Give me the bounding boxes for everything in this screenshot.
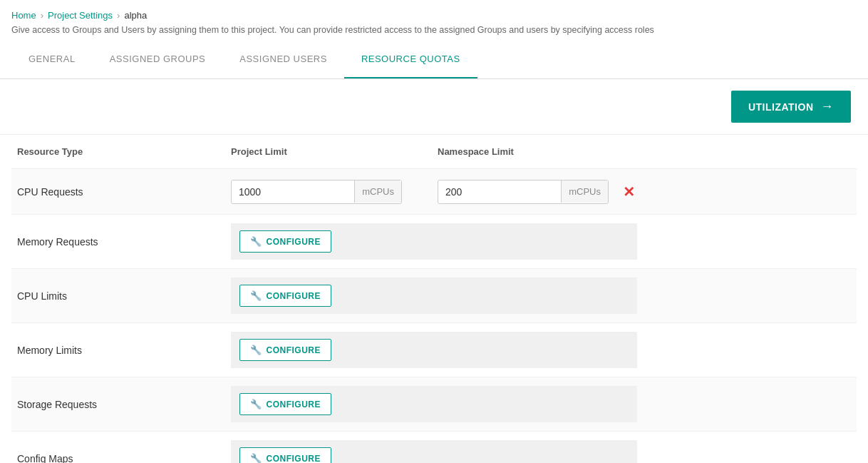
resource-name-memory-requests: Memory Requests <box>17 236 231 248</box>
configure-label: CONFIGURE <box>267 400 321 409</box>
resource-name-cpu-requests: CPU Requests <box>17 186 231 198</box>
tab-resource-quotas[interactable]: RESOURCE QUOTAS <box>344 41 477 78</box>
utilization-bar: UTILIZATION → <box>0 79 868 135</box>
resource-name-cpu-limits: CPU Limits <box>17 290 231 302</box>
config-maps-configure-cell: 🔧 CONFIGURE <box>231 440 637 463</box>
cpu-limits-configure-cell: 🔧 CONFIGURE <box>231 278 637 314</box>
top-header: Home › Project Settings › alpha Give acc… <box>0 0 868 41</box>
col-resource-type: Resource Type <box>17 146 231 157</box>
breadcrumb-project-name: alpha <box>124 10 147 21</box>
breadcrumb: Home › Project Settings › alpha <box>11 10 857 21</box>
cpu-requests-namespace-unit: mCPUs <box>561 180 608 203</box>
breadcrumb-project-settings[interactable]: Project Settings <box>48 10 113 21</box>
resource-name-config-maps: Config Maps <box>17 453 231 464</box>
project-limit-input-group: mCPUs <box>231 180 438 204</box>
tab-general[interactable]: GENERAL <box>11 41 93 78</box>
wrench-icon: 🔧 <box>250 236 262 247</box>
table-row: CPU Limits 🔧 CONFIGURE <box>11 269 857 323</box>
namespace-limit-group: mCPUs ✕ <box>438 180 644 204</box>
breadcrumb-home[interactable]: Home <box>11 10 36 21</box>
wrench-icon: 🔧 <box>250 290 262 301</box>
tab-assigned-groups[interactable]: ASSIGNED GROUPS <box>93 41 223 78</box>
memory-limits-configure-button[interactable]: 🔧 CONFIGURE <box>239 339 331 361</box>
wrench-icon: 🔧 <box>250 399 262 409</box>
tab-assigned-users[interactable]: ASSIGNED USERS <box>222 41 344 78</box>
configure-label: CONFIGURE <box>267 454 321 464</box>
col-namespace-limit: Namespace Limit <box>438 146 644 157</box>
arrow-icon: → <box>821 99 835 114</box>
table-row: Config Maps 🔧 CONFIGURE <box>11 432 857 463</box>
configure-label: CONFIGURE <box>267 345 321 355</box>
table-header: Resource Type Project Limit Namespace Li… <box>11 135 857 169</box>
memory-requests-configure-button[interactable]: 🔧 CONFIGURE <box>239 230 331 253</box>
wrench-icon: 🔧 <box>250 453 262 463</box>
table-row: Memory Requests 🔧 CONFIGURE <box>11 215 857 269</box>
resource-name-storage-requests: Storage Requests <box>17 399 231 410</box>
cpu-requests-namespace-input[interactable] <box>438 180 561 203</box>
config-maps-configure-button[interactable]: 🔧 CONFIGURE <box>239 447 331 463</box>
col-project-limit: Project Limit <box>231 146 438 157</box>
wrench-icon: 🔧 <box>250 345 262 355</box>
page-subtitle: Give access to Groups and Users by assig… <box>11 25 857 35</box>
tabs-bar: GENERAL ASSIGNED GROUPS ASSIGNED USERS R… <box>0 41 868 79</box>
configure-label: CONFIGURE <box>267 237 321 247</box>
storage-requests-configure-button[interactable]: 🔧 CONFIGURE <box>239 393 331 415</box>
utilization-button[interactable]: UTILIZATION → <box>731 91 851 123</box>
table-row: Memory Limits 🔧 CONFIGURE <box>11 323 857 377</box>
cpu-requests-project-unit: mCPUs <box>354 180 401 203</box>
resource-name-memory-limits: Memory Limits <box>17 345 231 356</box>
utilization-label: UTILIZATION <box>748 101 814 113</box>
table-row: CPU Requests mCPUs mCPUs ✕ <box>11 169 857 215</box>
cpu-requests-project-input[interactable] <box>232 180 354 203</box>
storage-requests-configure-cell: 🔧 CONFIGURE <box>231 386 637 422</box>
table-row: Storage Requests 🔧 CONFIGURE <box>11 377 857 432</box>
breadcrumb-sep-2: › <box>117 10 120 21</box>
memory-requests-configure-cell: 🔧 CONFIGURE <box>231 223 637 260</box>
col-actions <box>644 146 851 157</box>
cpu-limits-configure-button[interactable]: 🔧 CONFIGURE <box>239 285 331 307</box>
content-area: Resource Type Project Limit Namespace Li… <box>0 135 868 463</box>
configure-label: CONFIGURE <box>267 291 321 301</box>
memory-limits-configure-cell: 🔧 CONFIGURE <box>231 332 637 368</box>
cpu-requests-delete-button[interactable]: ✕ <box>617 180 641 203</box>
breadcrumb-sep-1: › <box>41 10 43 21</box>
